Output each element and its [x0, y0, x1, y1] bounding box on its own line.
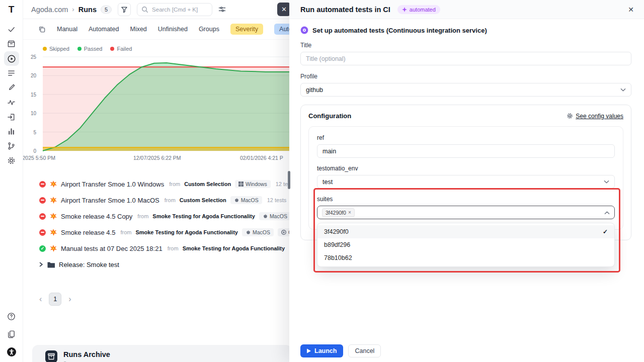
run-row[interactable]: Manual tests at 07 Dec 2025 18:21 from S…	[39, 240, 292, 256]
pulse-icon	[7, 98, 16, 107]
suites-field-label: suites	[317, 196, 615, 203]
legend-item-skipped: Skipped	[43, 46, 69, 52]
modal-section-header: Set up automated tests (Continuous integ…	[300, 26, 631, 34]
brush-icon	[7, 83, 16, 92]
sidebar-item-analytics[interactable]	[4, 95, 19, 110]
chevron-up-icon[interactable]	[604, 211, 610, 215]
runs-archive-card[interactable]: Runs Archive 8 runs	[32, 345, 292, 362]
run-folder-row[interactable]: Release: Smoke test	[39, 256, 292, 273]
y-tick-label: 25	[31, 54, 36, 60]
gear-icon	[7, 156, 16, 165]
view-settings-button[interactable]	[218, 6, 226, 13]
passed-status-icon	[39, 245, 46, 252]
env-select-value: test	[323, 178, 333, 186]
run-row[interactable]: Smoke release 4.5 Copy from Smoke Testin…	[39, 208, 292, 224]
pages-icon[interactable]	[38, 26, 46, 33]
layers-icon	[7, 330, 16, 338]
tab-severity[interactable]: Severity	[230, 24, 263, 35]
run-row[interactable]: Airport Transfer Smoe 1.0 Windows from C…	[39, 176, 292, 192]
runs-chart-svg	[43, 57, 290, 151]
close-icon[interactable]: ✕	[628, 0, 634, 19]
run-title[interactable]: Manual tests at 07 Dec 2025 18:21	[61, 245, 163, 252]
tab-manual[interactable]: Manual	[57, 26, 77, 33]
dropdown-option[interactable]: 3f4290f0 ✓	[317, 225, 614, 238]
tab-unfinished[interactable]: Unfinished	[158, 26, 188, 33]
modal-title: Run automated tests in CI	[300, 6, 390, 14]
os-badge: MacOS	[242, 228, 274, 236]
title-input[interactable]	[300, 52, 631, 65]
sidebar-item-checks[interactable]	[4, 22, 19, 37]
gear-icon	[567, 113, 573, 119]
x-tick-label: 02/01/2026 4:21 P	[240, 155, 283, 161]
sidebar-item-branches[interactable]	[4, 139, 19, 153]
ref-input[interactable]	[317, 144, 615, 158]
see-config-values-text[interactable]: See config values	[576, 113, 623, 120]
apple-icon	[263, 214, 268, 219]
selected-suite-tag[interactable]: 3f4290f0 ×	[322, 208, 355, 217]
runs-chart: Skipped Passed Failed 0510152025 /26/202…	[23, 46, 292, 163]
sidebar-item-docs[interactable]	[4, 327, 19, 341]
chevron-right-icon[interactable]	[39, 262, 43, 267]
sidebar-item-settings[interactable]	[4, 153, 19, 168]
dropdown-option[interactable]: b89df296	[317, 238, 614, 251]
app-logo[interactable]: T	[9, 4, 15, 15]
burst-icon	[50, 180, 57, 188]
see-config-values-link[interactable]: See config values	[567, 113, 623, 120]
popover-close-button[interactable]: ✕	[277, 3, 291, 16]
legend-item-failed: Failed	[110, 46, 132, 52]
env-select[interactable]: test	[317, 175, 615, 189]
sidebar-item-help[interactable]	[4, 309, 19, 324]
launch-button[interactable]: Launch	[300, 344, 343, 357]
next-page-button[interactable]: ›	[68, 295, 71, 303]
run-title[interactable]: Smoke release 4.5 Copy	[61, 213, 132, 220]
chevron-down-icon	[620, 88, 626, 92]
tab-automated[interactable]: Automated	[89, 26, 119, 33]
run-title[interactable]: Smoke release 4.5	[61, 229, 115, 236]
sidebar-item-import[interactable]	[4, 110, 19, 124]
ref-field-label: ref	[317, 134, 615, 141]
failed-status-icon	[39, 213, 46, 220]
dropdown-option[interactable]: 78b10b62	[317, 251, 614, 264]
filter-button[interactable]	[118, 3, 131, 16]
tab-mixed[interactable]: Mixed	[130, 26, 146, 33]
burst-icon	[50, 229, 57, 236]
sidebar-item-suites[interactable]	[4, 37, 19, 51]
prev-page-button[interactable]: ‹	[39, 295, 42, 303]
profile-field-label: Profile	[300, 73, 631, 80]
run-source: Smoke Testing for Agoda Functionality	[183, 245, 285, 251]
os-badge: MacOS	[259, 212, 291, 220]
y-tick-label: 5	[33, 130, 36, 135]
run-title[interactable]: Airport Transfer Smoe 1.0 Windows	[61, 180, 164, 188]
launch-button-label: Launch	[314, 347, 337, 354]
sidebar-item-reports[interactable]	[4, 124, 19, 139]
folder-label[interactable]: Release: Smoke test	[59, 261, 119, 268]
sidebar-item-plans[interactable]	[4, 66, 19, 80]
breadcrumb-page[interactable]: Runs	[78, 6, 97, 14]
sidebar-item-runs[interactable]	[4, 51, 19, 66]
legend-dot	[77, 47, 82, 51]
cancel-button[interactable]: Cancel	[348, 344, 381, 357]
run-row[interactable]: Airport Transfer Smoe 1.0 MacOS from Cus…	[39, 192, 292, 208]
run-title[interactable]: Airport Transfer Smoe 1.0 MacOS	[61, 197, 159, 204]
runs-filter-tabs: Manual Automated Mixed Unfinished Groups…	[23, 19, 292, 40]
tab-groups[interactable]: Groups	[199, 26, 219, 33]
remove-tag-icon[interactable]: ×	[348, 210, 351, 215]
search-input[interactable]	[151, 6, 208, 13]
suite-tag-label: 3f4290f0	[326, 210, 346, 216]
windows-icon	[238, 182, 244, 187]
profile-select[interactable]: github	[300, 83, 631, 97]
run-row[interactable]: Smoke release 4.5 from Smoke Testing for…	[39, 224, 292, 240]
failed-status-icon	[39, 197, 46, 204]
runs-count-badge: 5	[101, 6, 112, 14]
current-page-button[interactable]: 1	[49, 293, 61, 306]
option-label: 3f4290f0	[324, 228, 349, 235]
badge-label: MacOS	[253, 229, 270, 235]
search-box[interactable]	[137, 3, 212, 16]
ci-service-icon	[300, 26, 308, 34]
suites-multiselect[interactable]: 3f4290f0 ×	[317, 206, 615, 219]
sidebar-item-accessibility[interactable]	[4, 344, 19, 359]
sidebar-item-customize[interactable]	[4, 80, 19, 95]
breadcrumb-project[interactable]: Agoda.com	[31, 6, 68, 14]
legend-label: Passed	[84, 46, 103, 52]
scrollbar-thumb[interactable]	[288, 171, 290, 189]
